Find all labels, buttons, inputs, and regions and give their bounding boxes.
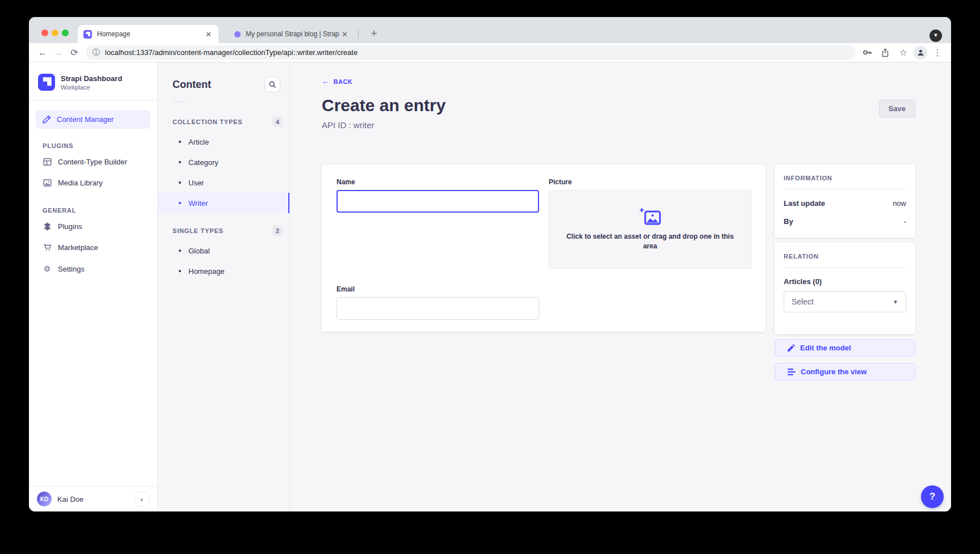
bullet-icon bbox=[179, 202, 181, 204]
articles-relation-label: Articles (0) bbox=[784, 277, 906, 286]
relation-header: RELATION bbox=[784, 253, 906, 260]
user-row: KD Kai Doe ‹ bbox=[29, 486, 157, 511]
main-content: ← BACK Create an entry API ID : writer S… bbox=[290, 62, 951, 511]
information-panel: INFORMATION Last update now By - bbox=[775, 164, 915, 238]
picture-field-group: Picture Click to select an asset or drag… bbox=[549, 178, 751, 269]
articles-select[interactable]: Select ▼ bbox=[784, 291, 906, 312]
sidebar-section-general: GENERAL bbox=[43, 207, 144, 214]
app-sidebar: Strapi Dashboard Workplace Content Manag… bbox=[29, 62, 158, 511]
brand-title: Strapi Dashboard bbox=[61, 74, 122, 83]
back-arrow-icon: ← bbox=[322, 77, 330, 86]
layout-grid-icon bbox=[43, 158, 52, 166]
workspace-brand[interactable]: Strapi Dashboard Workplace bbox=[29, 62, 157, 101]
share-icon[interactable] bbox=[877, 45, 893, 61]
sidebar-item-settings[interactable]: ⚙ Settings bbox=[29, 258, 157, 280]
reload-button[interactable]: ⟳ bbox=[66, 47, 82, 58]
browser-toolbar: ← → ⟳ ⓘ localhost:1337/admin/content-man… bbox=[29, 43, 951, 62]
back-button[interactable]: ← bbox=[35, 48, 51, 58]
minimize-window-button[interactable] bbox=[52, 29, 58, 36]
bullet-icon bbox=[179, 249, 181, 252]
subnav-item-category[interactable]: Category bbox=[158, 152, 289, 172]
subnav-item-homepage[interactable]: Homepage bbox=[158, 261, 289, 281]
name-input[interactable] bbox=[337, 190, 539, 213]
entry-form-card: Name Picture Click to select bbox=[322, 164, 766, 332]
person-icon bbox=[916, 48, 925, 57]
info-label: Last update bbox=[784, 199, 825, 208]
sidebar-item-label: Media Library bbox=[58, 179, 103, 187]
relation-panel: RELATION Articles (0) Select ▼ bbox=[775, 243, 915, 334]
email-input[interactable] bbox=[337, 297, 539, 320]
forward-button[interactable]: → bbox=[51, 48, 66, 58]
collection-types-count-badge: 4 bbox=[272, 117, 283, 127]
tab-title: My personal Strapi blog | Strap bbox=[246, 30, 340, 38]
tab-separator bbox=[358, 29, 359, 39]
subnav-item-global[interactable]: Global bbox=[158, 240, 289, 261]
collection-types-header: COLLECTION TYPES bbox=[173, 119, 242, 125]
picture-label: Picture bbox=[549, 178, 751, 186]
site-info-icon[interactable]: ⓘ bbox=[92, 48, 100, 58]
strapi-logo-icon bbox=[38, 74, 55, 91]
back-link[interactable]: ← BACK bbox=[322, 77, 915, 86]
chevron-down-icon: ▼ bbox=[893, 299, 898, 305]
browser-menu-icon[interactable]: ⋮ bbox=[929, 45, 945, 61]
subnav-divider bbox=[173, 102, 186, 102]
page-title: Create an entry bbox=[322, 94, 915, 117]
bookmark-star-icon[interactable]: ☆ bbox=[895, 45, 911, 61]
subnav-item-label: Global bbox=[188, 247, 210, 255]
feather-pen-icon bbox=[43, 115, 51, 124]
picture-upload-dropzone[interactable]: Click to select an asset or drag and dro… bbox=[549, 190, 751, 269]
info-value: now bbox=[893, 199, 906, 208]
close-tab-icon[interactable]: ✕ bbox=[204, 30, 213, 39]
tab-strapi-blog[interactable]: My personal Strapi blog | Strap ✕ bbox=[229, 25, 355, 43]
tab-homepage[interactable]: Homepage ✕ bbox=[78, 25, 218, 43]
maximize-window-button[interactable] bbox=[62, 29, 69, 36]
select-placeholder: Select bbox=[792, 297, 814, 306]
help-button[interactable]: ? bbox=[921, 485, 944, 508]
subnav-item-article[interactable]: Article bbox=[158, 132, 289, 152]
sidebar-item-media-library[interactable]: Media Library bbox=[29, 172, 157, 193]
collapse-sidebar-button[interactable]: ‹ bbox=[134, 492, 149, 506]
close-window-button[interactable] bbox=[41, 29, 48, 36]
tab-strip: Homepage ✕ My personal Strapi blog | Str… bbox=[29, 17, 951, 43]
browser-window: Homepage ✕ My personal Strapi blog | Str… bbox=[29, 17, 951, 511]
url-bar[interactable]: ⓘ localhost:1337/admin/content-manager/c… bbox=[86, 45, 856, 60]
subnav-item-user[interactable]: User bbox=[158, 172, 289, 193]
subnav-item-label: Homepage bbox=[188, 267, 225, 276]
subnav-item-label: Writer bbox=[188, 199, 208, 208]
sidebar-item-content-manager[interactable]: Content Manager bbox=[36, 110, 150, 129]
bullet-icon bbox=[179, 161, 181, 163]
user-avatar[interactable]: KD bbox=[37, 492, 52, 506]
save-button[interactable]: Save bbox=[879, 100, 915, 117]
subnav-item-writer[interactable]: Writer bbox=[158, 193, 289, 213]
subnav-item-label: Category bbox=[188, 158, 218, 167]
cart-icon bbox=[43, 243, 52, 252]
url-text[interactable]: localhost:1337/admin/content-manager/col… bbox=[105, 48, 357, 57]
search-button[interactable] bbox=[264, 77, 280, 92]
sidebar-item-label: Content Manager bbox=[57, 115, 113, 124]
sidebar-item-content-type-builder[interactable]: Content-Type Builder bbox=[29, 151, 157, 172]
gear-icon: ⚙ bbox=[43, 264, 52, 273]
edit-model-button[interactable]: Edit the model bbox=[775, 339, 915, 357]
name-label: Name bbox=[337, 178, 539, 186]
subnav-item-label: Article bbox=[188, 138, 209, 146]
bullet-icon bbox=[179, 270, 181, 272]
upload-hint-text: Click to select an asset or drag and dro… bbox=[562, 232, 738, 252]
name-field-group: Name bbox=[337, 178, 539, 269]
sidebar-item-marketplace[interactable]: Marketplace bbox=[29, 237, 157, 258]
password-key-icon[interactable] bbox=[859, 45, 875, 61]
media-image-icon bbox=[43, 179, 52, 187]
tab-title: Homepage bbox=[97, 30, 204, 38]
browser-profile-avatar[interactable] bbox=[914, 46, 927, 60]
subnav-title: Content bbox=[173, 79, 211, 91]
back-label: BACK bbox=[334, 78, 353, 85]
configure-view-button[interactable]: Configure the view bbox=[775, 363, 915, 380]
sidebar-section-plugins: PLUGINS bbox=[43, 142, 144, 149]
single-types-header: SINGLE TYPES bbox=[173, 227, 224, 234]
puzzle-icon bbox=[43, 222, 52, 231]
api-id-subtitle: API ID : writer bbox=[322, 120, 915, 130]
new-tab-button[interactable]: + bbox=[366, 26, 382, 41]
tab-search-button[interactable]: ▼ bbox=[929, 29, 942, 42]
info-row-by: By - bbox=[784, 217, 906, 226]
close-tab-icon[interactable]: ✕ bbox=[340, 30, 349, 39]
sidebar-item-plugins[interactable]: Plugins bbox=[29, 216, 157, 237]
